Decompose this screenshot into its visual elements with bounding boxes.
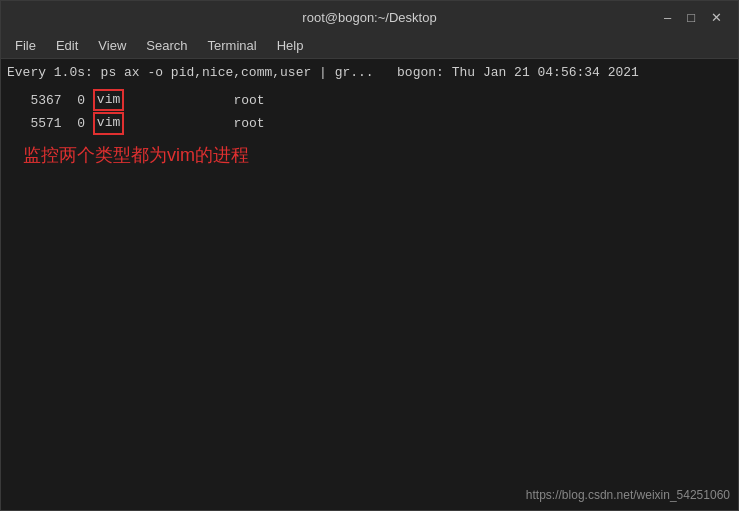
menu-bar: File Edit View Search Terminal Help: [1, 33, 738, 59]
pid-1: 5367: [7, 89, 62, 112]
menu-terminal[interactable]: Terminal: [200, 36, 265, 55]
process-row-1: 5367 0 vim root: [7, 89, 732, 112]
process-row-2: 5571 0 vim root: [7, 112, 732, 135]
maximize-button[interactable]: □: [683, 11, 699, 24]
pid-2: 5571: [7, 112, 62, 135]
window-title: root@bogon:~/Desktop: [302, 10, 436, 25]
menu-search[interactable]: Search: [138, 36, 195, 55]
watermark: https://blog.csdn.net/weixin_54251060: [526, 488, 730, 502]
close-button[interactable]: ✕: [707, 11, 726, 24]
menu-file[interactable]: File: [7, 36, 44, 55]
menu-edit[interactable]: Edit: [48, 36, 86, 55]
comm-2: vim: [93, 112, 124, 134]
user-2: root: [124, 112, 264, 135]
terminal-window: root@bogon:~/Desktop – □ ✕ File Edit Vie…: [0, 0, 739, 511]
nice-1: 0: [62, 89, 93, 112]
nice-2: 0: [62, 112, 93, 135]
menu-view[interactable]: View: [90, 36, 134, 55]
minimize-button[interactable]: –: [660, 11, 675, 24]
user-1: root: [124, 89, 264, 112]
annotation-text: 监控两个类型都为vim的进程: [7, 143, 732, 167]
title-bar: root@bogon:~/Desktop – □ ✕: [1, 1, 738, 33]
header-line: Every 1.0s: ps ax -o pid,nice,comm,user …: [7, 63, 732, 83]
terminal-body: Every 1.0s: ps ax -o pid,nice,comm,user …: [1, 59, 738, 510]
comm-1: vim: [93, 89, 124, 111]
menu-help[interactable]: Help: [269, 36, 312, 55]
window-controls: – □ ✕: [660, 11, 726, 24]
